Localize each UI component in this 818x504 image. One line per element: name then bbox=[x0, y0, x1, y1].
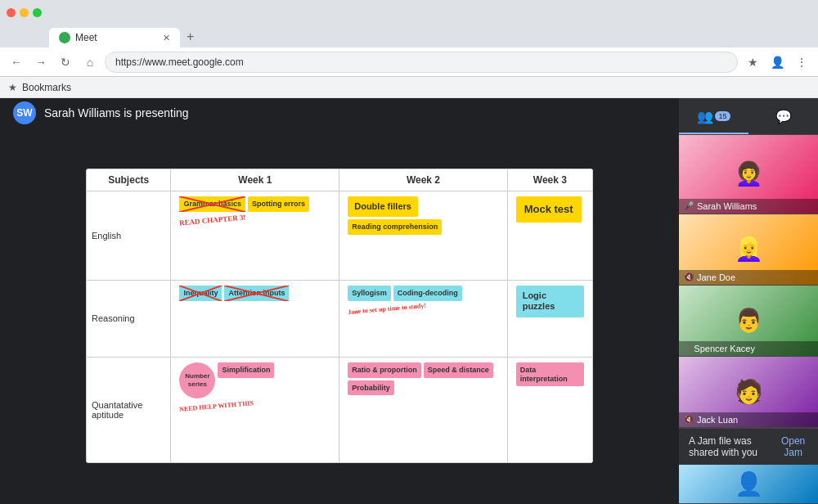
quant-week1: Number series Simplification NEED HELP W… bbox=[171, 357, 339, 462]
presenter-name: Sarah Williams is presenting bbox=[44, 106, 189, 119]
quant-week2: Ratio & proportion Speed & distance Prob… bbox=[339, 357, 507, 462]
whiteboard: Subjects Week 1 Week 2 Week 3 English bbox=[86, 169, 593, 463]
col-week1: Week 1 bbox=[171, 169, 339, 191]
bookmark-star-button[interactable]: ★ bbox=[743, 52, 762, 72]
tab-close-button[interactable]: ✕ bbox=[163, 33, 170, 43]
subject-quant: Quantatative aptitude bbox=[87, 357, 171, 462]
address-bar-row: ← → ↻ ⌂ ★ 👤 ⋮ bbox=[0, 47, 818, 77]
meet-favicon bbox=[59, 32, 70, 43]
reload-button[interactable]: ↻ bbox=[56, 52, 75, 72]
menu-button[interactable]: ⋮ bbox=[792, 52, 811, 72]
bookmarks-label: Bookmarks bbox=[22, 82, 71, 93]
new-tab-button[interactable]: + bbox=[180, 26, 200, 47]
home-button[interactable]: ⌂ bbox=[80, 52, 100, 72]
subject-english: English bbox=[87, 191, 171, 281]
jane-tile: 👱‍♀️ 🔇 Jane Doe bbox=[679, 214, 818, 286]
close-button[interactable] bbox=[7, 8, 16, 17]
url-input[interactable] bbox=[105, 52, 738, 73]
english-week1: Grammar basics Spotting errors READ CHAP… bbox=[171, 191, 339, 281]
tab-title: Meet bbox=[75, 32, 97, 43]
jane-name: Jane Doe bbox=[697, 272, 735, 282]
main-area: SW Sarah Williams is presenting Subjects… bbox=[0, 98, 679, 504]
subject-reasoning: Reasoning bbox=[87, 281, 171, 358]
jane-note: Jane to set up time to study! bbox=[348, 302, 426, 316]
spencer-mic-icon: ··· bbox=[684, 344, 690, 353]
presenter-video-tile: 👩‍🦱 🎤 Sarah Williams bbox=[679, 135, 818, 214]
speed-note: Speed & distance bbox=[424, 362, 493, 378]
reasoning-week1: Inequality Attention inputs bbox=[171, 281, 339, 358]
number-series-note: Number series bbox=[179, 362, 215, 398]
tab-bar: Meet ✕ + bbox=[0, 25, 818, 47]
notification-text: A Jam file was shared with you bbox=[689, 435, 778, 458]
chat-tab[interactable]: 💬 bbox=[748, 98, 818, 134]
partial-tile: 👤 bbox=[679, 465, 818, 504]
side-panel: 👥 15 💬 👩‍🦱 🎤 Sarah Williams 👱‍♀️ 🔇 Jane … bbox=[679, 98, 818, 504]
jack-mic-icon: 🔇 bbox=[684, 415, 694, 424]
reading-comp-note: Reading comprehension bbox=[348, 219, 442, 235]
sarah-mic-icon: 🎤 bbox=[684, 201, 694, 210]
col-week2: Week 2 bbox=[339, 169, 507, 191]
jack-name-bar: 🔇 Jack Luan bbox=[679, 412, 818, 427]
spotting-errors-note: Spotting errors bbox=[248, 196, 309, 212]
browser-chrome: Meet ✕ + ← → ↻ ⌂ ★ 👤 ⋮ ★ Bookmarks bbox=[0, 0, 818, 98]
presenter-bar: SW Sarah Williams is presenting bbox=[0, 98, 679, 128]
jane-mic-icon: 🔇 bbox=[684, 272, 694, 281]
reasoning-week2: Syllogism Coding-decoding Jane to set up… bbox=[339, 281, 507, 358]
english-row: English Grammar basics Spotting errors R… bbox=[87, 191, 593, 281]
col-subjects: Subjects bbox=[87, 169, 171, 191]
traffic-lights bbox=[7, 8, 42, 17]
ratio-note: Ratio & proportion bbox=[348, 362, 421, 378]
english-week3: Mock test bbox=[507, 191, 592, 281]
profile-button[interactable]: 👤 bbox=[767, 52, 787, 72]
reasoning-row: Reasoning Inequality Attention inputs Sy… bbox=[87, 281, 593, 358]
presenter-avatar: SW bbox=[13, 101, 36, 124]
col-week3: Week 3 bbox=[507, 169, 592, 191]
participant-count: 15 bbox=[715, 111, 730, 121]
notification-bar: A Jam file was shared with you Open Jam bbox=[679, 428, 818, 465]
people-icon: 👥 bbox=[697, 109, 713, 124]
bookmark-icon: ★ bbox=[8, 82, 17, 93]
meet-container: SW Sarah Williams is presenting Subjects… bbox=[0, 98, 818, 504]
data-interp-note: Data interpretation bbox=[516, 362, 584, 387]
bookmarks-bar: ★ Bookmarks bbox=[0, 77, 818, 98]
probability-note: Probability bbox=[348, 380, 394, 396]
grammar-basics-note: Grammar basics bbox=[179, 196, 245, 212]
active-tab[interactable]: Meet ✕ bbox=[49, 28, 180, 47]
attention-note: Attention inputs bbox=[224, 286, 289, 301]
chat-icon: 💬 bbox=[775, 109, 792, 124]
open-jam-button[interactable]: Open Jam bbox=[778, 435, 808, 458]
quant-row: Quantatative aptitude Number series Simp… bbox=[87, 357, 593, 462]
read-chapter-note: READ CHAPTER 3! bbox=[179, 213, 246, 227]
coding-decoding-note: Coding-decoding bbox=[393, 286, 462, 301]
jack-name: Jack Luan bbox=[697, 415, 738, 425]
spencer-name: Spencer Kacey bbox=[694, 344, 755, 353]
sarah-name-bar: 🎤 Sarah Williams bbox=[679, 199, 818, 214]
simplification-note: Simplification bbox=[218, 362, 274, 378]
study-schedule-table: Subjects Week 1 Week 2 Week 3 English bbox=[86, 169, 593, 463]
partial-avatar: 👤 bbox=[679, 465, 818, 503]
syllogism-note: Syllogism bbox=[348, 286, 391, 301]
logic-puzzles-note: Logic puzzles bbox=[516, 286, 584, 317]
jack-tile: 🧑 🔇 Jack Luan bbox=[679, 357, 818, 428]
spencer-tile: 👨 ··· Spencer Kacey bbox=[679, 286, 818, 357]
minimize-button[interactable] bbox=[20, 8, 29, 17]
quant-week3: Data interpretation bbox=[507, 357, 592, 462]
participants-tab[interactable]: 👥 15 bbox=[679, 98, 748, 134]
sarah-name: Sarah Williams bbox=[697, 201, 757, 211]
whiteboard-area: Subjects Week 1 Week 2 Week 3 English bbox=[0, 128, 679, 504]
double-fillers-note: Double fillers bbox=[348, 196, 418, 217]
forward-button[interactable]: → bbox=[31, 52, 51, 72]
need-help-note: NEED HELP WITH THIS bbox=[179, 399, 254, 413]
mock-test-note: Mock test bbox=[516, 196, 582, 223]
english-week2: Double fillers Reading comprehension bbox=[339, 191, 507, 281]
back-button[interactable]: ← bbox=[7, 52, 26, 72]
spencer-name-bar: ··· Spencer Kacey bbox=[679, 341, 818, 356]
reasoning-week3: Logic puzzles bbox=[507, 281, 592, 358]
inequality-note: Inequality bbox=[179, 286, 222, 301]
maximize-button[interactable] bbox=[33, 8, 42, 17]
jane-name-bar: 🔇 Jane Doe bbox=[679, 270, 818, 285]
side-panel-tabs: 👥 15 💬 bbox=[679, 98, 818, 135]
